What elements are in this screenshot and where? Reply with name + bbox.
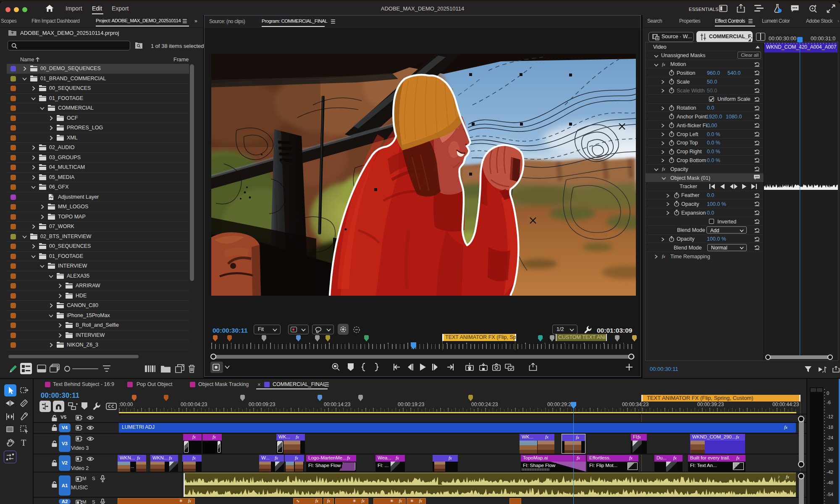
svg-text:T: T bbox=[21, 438, 26, 447]
